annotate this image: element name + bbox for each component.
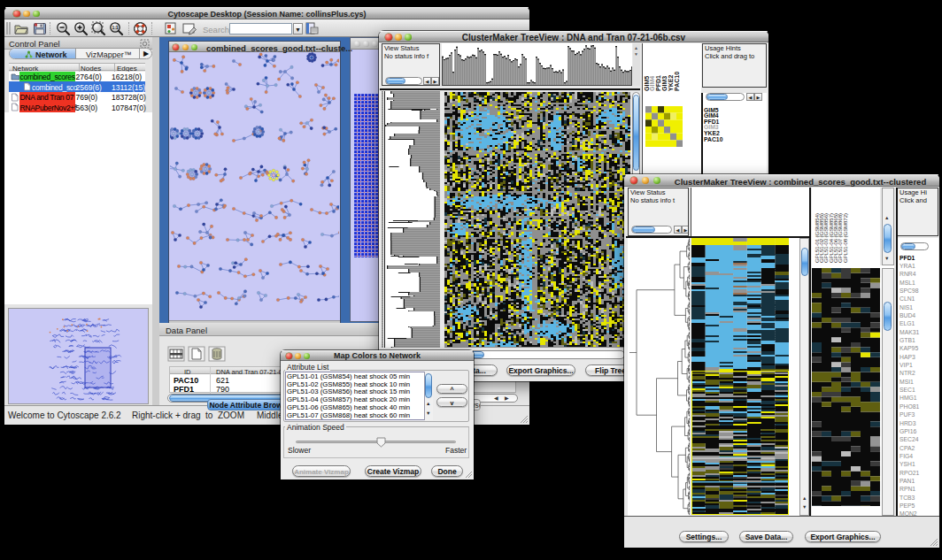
svg-text:PAC10: PAC10 [674,72,680,91]
svg-text:GPL51-08 (GSM872): GPL51-08 (GSM872) [842,213,848,263]
svg-text:1:1: 1:1 [112,25,118,30]
